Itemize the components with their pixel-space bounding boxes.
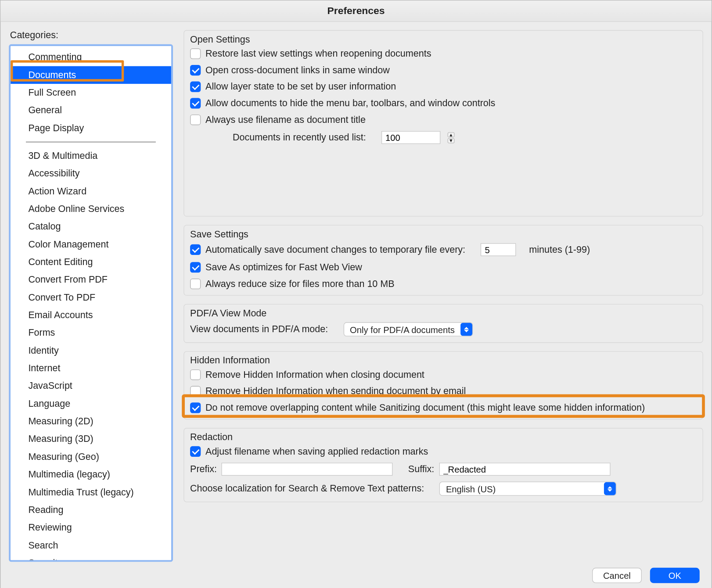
category-item-reviewing[interactable]: Reviewing — [11, 519, 171, 536]
category-item-reading[interactable]: Reading — [11, 501, 171, 519]
section-title: Hidden Information — [184, 352, 703, 367]
hidden-overlap-label: Do not remove overlapping content while … — [205, 402, 645, 413]
category-item-color-management[interactable]: Color Management — [11, 236, 171, 253]
reduce-checkbox[interactable] — [190, 279, 201, 289]
suffix-input[interactable] — [439, 463, 610, 476]
dialog-footer: Cancel OK — [0, 562, 711, 588]
category-item-security[interactable]: Security — [11, 554, 171, 562]
redaction-loc-row: Choose localization for Search & Remove … — [190, 481, 697, 495]
category-item-measuring-3d-[interactable]: Measuring (3D) — [11, 430, 171, 448]
hidden-close-checkbox[interactable] — [190, 369, 201, 380]
ok-button[interactable]: OK — [650, 568, 700, 583]
pdfa-select-value: Only for PDF/A documents — [350, 324, 455, 334]
category-item-measuring-geo-[interactable]: Measuring (Geo) — [11, 448, 171, 466]
save-settings-section: Save Settings Automatically save documen… — [183, 225, 703, 295]
hidden-overlap-row[interactable]: Do not remove overlapping content while … — [190, 402, 697, 413]
hidemenu-checkbox[interactable] — [190, 98, 201, 108]
category-item-full-screen[interactable]: Full Screen — [11, 84, 171, 101]
recent-label: Documents in recently used list: — [233, 132, 366, 143]
fastweb-checkbox[interactable] — [190, 262, 201, 272]
hidemenu-row[interactable]: Allow documents to hide the menu bar, to… — [190, 98, 697, 108]
category-item-measuring-2d-[interactable]: Measuring (2D) — [11, 412, 171, 430]
categories-list[interactable]: CommentingDocumentsFull ScreenGeneralPag… — [9, 44, 173, 562]
hidden-email-checkbox[interactable] — [190, 386, 201, 397]
pdfa-row: View documents in PDF/A mode: Only for P… — [190, 322, 697, 336]
chevron-updown-icon — [604, 482, 616, 495]
section-title: Open Settings — [184, 31, 703, 46]
category-item-search[interactable]: Search — [11, 537, 171, 554]
redaction-adjust-checkbox[interactable] — [190, 446, 201, 457]
category-item-commenting[interactable]: Commenting — [11, 48, 171, 66]
category-item-general[interactable]: General — [11, 101, 171, 119]
category-item-documents[interactable]: Documents — [11, 66, 171, 84]
category-item-content-editing[interactable]: Content Editing — [11, 253, 171, 271]
reduce-row[interactable]: Always reduce size for files more than 1… — [190, 279, 697, 289]
filename-row[interactable]: Always use filename as document title — [190, 115, 697, 125]
autosave-row[interactable]: Automatically save document changes to t… — [190, 243, 697, 256]
category-item-javascript[interactable]: JavaScript — [11, 377, 171, 394]
restore-label: Restore last view settings when reopenin… — [205, 48, 431, 59]
category-item-email-accounts[interactable]: Email Accounts — [11, 306, 171, 324]
fastweb-label: Save As optimizes for Fast Web View — [205, 262, 362, 272]
redaction-adjust-row[interactable]: Adjust filename when saving applied reda… — [190, 446, 697, 457]
loc-select-value: English (US) — [446, 484, 496, 494]
sidebar: Categories: CommentingDocumentsFull Scre… — [9, 30, 173, 562]
crosslinks-checkbox[interactable] — [190, 65, 201, 75]
hidden-close-row[interactable]: Remove Hidden Information when closing d… — [190, 369, 697, 380]
settings-panel: Open Settings Restore last view settings… — [183, 30, 703, 562]
crosslinks-row[interactable]: Open cross-document links in same window — [190, 65, 697, 75]
loc-select[interactable]: English (US) — [439, 481, 616, 495]
pdfa-label: View documents in PDF/A mode: — [190, 324, 328, 334]
preferences-window: Preferences Categories: CommentingDocume… — [0, 0, 712, 588]
redaction-section: Redaction Adjust filename when saving ap… — [183, 428, 703, 502]
restore-checkbox[interactable] — [190, 48, 201, 59]
cancel-button[interactable]: Cancel — [592, 568, 642, 583]
category-item-internet[interactable]: Internet — [11, 359, 171, 377]
category-item-language[interactable]: Language — [11, 395, 171, 412]
restore-row[interactable]: Restore last view settings when reopenin… — [190, 48, 697, 59]
hidden-email-row[interactable]: Remove Hidden Information when sending d… — [190, 386, 697, 397]
pdfa-select[interactable]: Only for PDF/A documents — [343, 322, 473, 336]
layer-checkbox[interactable] — [190, 82, 201, 92]
pdfa-section: PDF/A View Mode View documents in PDF/A … — [183, 304, 703, 343]
open-settings-section: Open Settings Restore last view settings… — [183, 30, 703, 217]
category-item-convert-from-pdf[interactable]: Convert From PDF — [11, 271, 171, 288]
category-item-3d-multimedia[interactable]: 3D & Multimedia — [11, 147, 171, 165]
section-title: Save Settings — [184, 226, 703, 241]
hidden-info-section: Hidden Information Remove Hidden Informa… — [183, 351, 703, 419]
category-item-convert-to-pdf[interactable]: Convert To PDF — [11, 289, 171, 306]
category-item-accessibility[interactable]: Accessibility — [11, 165, 171, 182]
suffix-label: Suffix: — [408, 464, 434, 474]
category-item-forms[interactable]: Forms — [11, 324, 171, 341]
category-divider — [26, 142, 156, 142]
category-item-multimedia-trust-legacy-[interactable]: Multimedia Trust (legacy) — [11, 484, 171, 501]
autosave-checkbox[interactable] — [190, 244, 201, 255]
chevron-updown-icon — [460, 323, 472, 336]
category-item-catalog[interactable]: Catalog — [11, 218, 171, 235]
hidden-email-label: Remove Hidden Information when sending d… — [205, 386, 466, 397]
layer-label: Allow layer state to be set by user info… — [205, 82, 396, 92]
loc-label: Choose localization for Search & Remove … — [190, 484, 424, 494]
autosave-pre-label: Automatically save document changes to t… — [205, 244, 465, 255]
hidden-overlap-checkbox[interactable] — [190, 402, 201, 413]
reduce-label: Always reduce size for files more than 1… — [205, 279, 395, 289]
category-item-multimedia-legacy-[interactable]: Multimedia (legacy) — [11, 466, 171, 483]
recent-row: Documents in recently used list: ▲▼ — [190, 131, 697, 144]
layer-row[interactable]: Allow layer state to be set by user info… — [190, 82, 697, 92]
prefix-input[interactable] — [222, 463, 393, 476]
section-title: Redaction — [184, 428, 703, 444]
category-item-identity[interactable]: Identity — [11, 342, 171, 359]
category-item-page-display[interactable]: Page Display — [11, 119, 171, 137]
redaction-adjust-label: Adjust filename when saving applied reda… — [205, 446, 428, 457]
category-item-action-wizard[interactable]: Action Wizard — [11, 183, 171, 200]
autosave-input[interactable] — [481, 243, 516, 256]
fastweb-row[interactable]: Save As optimizes for Fast Web View — [190, 262, 697, 272]
recent-stepper[interactable]: ▲▼ — [447, 132, 454, 143]
content-area: Categories: CommentingDocumentsFull Scre… — [0, 22, 711, 562]
category-item-adobe-online-services[interactable]: Adobe Online Services — [11, 200, 171, 218]
section-title: PDF/A View Mode — [184, 305, 703, 320]
recent-input[interactable] — [381, 131, 440, 144]
filename-label: Always use filename as document title — [205, 115, 366, 125]
crosslinks-label: Open cross-document links in same window — [205, 65, 390, 75]
filename-checkbox[interactable] — [190, 115, 201, 125]
